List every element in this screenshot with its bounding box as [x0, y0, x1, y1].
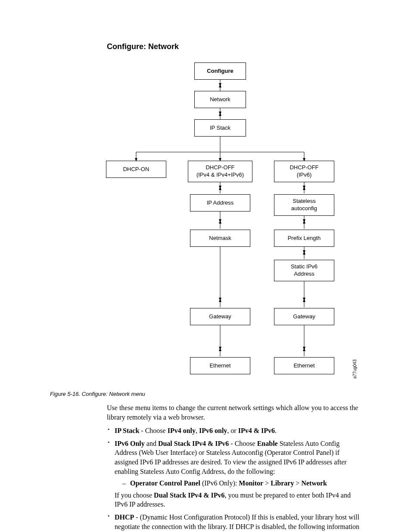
- box-ethernet-left: Ethernet: [190, 357, 250, 374]
- label-ip-stack: IP Stack: [115, 427, 139, 434]
- bullet-dhcp: DHCP - (Dynamic Host Configuration Proto…: [107, 513, 362, 532]
- box-ethernet-right: Ethernet: [274, 357, 334, 374]
- box-dhcp-off-ipv6: DHCP-OFF (IPv6): [274, 161, 334, 182]
- box-ip-stack: IP Stack: [194, 119, 246, 137]
- body-text: Use these menu items to change the curre…: [107, 403, 362, 532]
- network-menu-diagram: Configure Network IP Stack DHCP-ON DHCP-…: [93, 62, 352, 381]
- box-network: Network: [194, 91, 246, 108]
- sub-bullet-ocp: Operator Control Panel (IPv6 Only): Moni…: [122, 479, 362, 488]
- bullet-ipv6-dual: IPv6 Only and Dual Stack IPv4 & IPv6 - C…: [107, 439, 362, 509]
- section-heading: Configure: Network: [107, 42, 387, 51]
- ipv6-post-note: If you choose Dual Stack IPv4 & IPv6, yo…: [115, 491, 362, 509]
- box-ip-address: IP Address: [190, 194, 250, 212]
- box-netmask: Netmask: [190, 230, 250, 247]
- box-configure: Configure: [194, 62, 246, 80]
- box-static-ipv6-address: Static IPv6 Address: [274, 260, 334, 281]
- bullet-ip-stack: IP Stack - Choose IPv4 only, IPv6 only, …: [107, 426, 362, 436]
- box-gateway-right: Gateway: [274, 308, 334, 325]
- intro-paragraph: Use these menu items to change the curre…: [107, 403, 362, 422]
- diagram-connectors: [93, 62, 352, 381]
- box-dhcp-off-ipv4: DHCP-OFF (IPv4 & IPv4+IPv6): [188, 161, 252, 182]
- figure-caption: Figure 5-16. Configure: Network menu: [50, 391, 387, 397]
- box-dhcp-on: DHCP-ON: [106, 161, 166, 178]
- diagram-id-label: a77ug043: [352, 360, 357, 379]
- box-gateway-left: Gateway: [190, 308, 250, 325]
- box-prefix-length: Prefix Length: [274, 230, 334, 247]
- box-stateless-autoconfig: Stateless autoconfig: [274, 194, 334, 216]
